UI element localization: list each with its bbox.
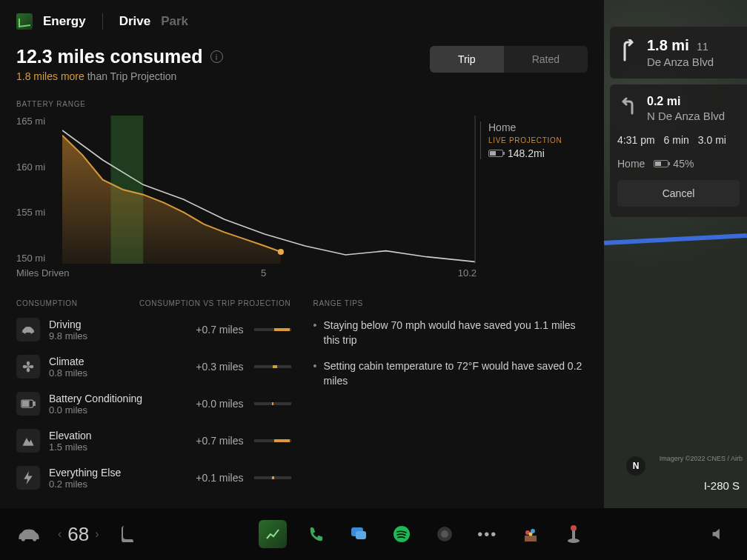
consumption-delta: +0.7 miles [177, 435, 244, 447]
consumption-bar [254, 365, 291, 368]
dock-seat-icon[interactable] [114, 520, 142, 548]
live-projection-tag: LIVE PROJECTION [488, 136, 588, 144]
consumption-value: 1.5 miles [49, 441, 177, 453]
nav-step1-exit: 11 [697, 41, 708, 53]
consumption-name: Climate [49, 356, 177, 367]
car-icon [16, 318, 40, 341]
dock-energy-icon[interactable] [259, 520, 287, 548]
dock-volume-icon[interactable] [704, 520, 732, 548]
nav-step-primary: 1.8 mi 11 De Anza Blvd [610, 27, 747, 79]
x-axis-labels: Miles Driven510.2 [16, 267, 588, 279]
dock-more-icon[interactable]: ••• [474, 520, 502, 548]
dock-arcade-icon[interactable] [560, 520, 588, 548]
nav-step2-road: N De Anza Blvd [647, 110, 725, 122]
fan-icon [16, 355, 40, 379]
nav-map-panel: 1.8 mi 11 De Anza Blvd 0.2 mi N De Anza … [604, 0, 747, 508]
dock-dashcam-icon[interactable] [431, 520, 459, 548]
summary-title-text: 12.3 miles consumed [16, 46, 203, 67]
temp-down-button[interactable]: ‹ [58, 527, 62, 541]
dock-spotify-icon[interactable] [388, 520, 416, 548]
energy-title: Energy [43, 14, 86, 29]
turn-right-exit-icon [617, 39, 638, 67]
svg-rect-4 [34, 402, 36, 406]
consumption-bar [254, 402, 291, 405]
cancel-nav-button[interactable]: Cancel [617, 180, 740, 207]
y-tick: 155 mi [16, 207, 45, 218]
svg-point-10 [441, 530, 448, 538]
nav-step-secondary: 0.2 mi N De Anza Blvd 4:31 pm 6 min 3.0 … [610, 84, 747, 217]
nav-eta-distance: 3.0 mi [698, 134, 726, 146]
consumption-bar [254, 476, 291, 479]
live-projection-value-text: 148.2mi [508, 147, 545, 159]
svg-point-1 [278, 249, 284, 255]
range-tip: Staying below 70 mph would have saved yo… [313, 318, 588, 348]
consumption-row: Elevation 1.5 miles +0.7 miles [16, 429, 291, 453]
current-road-label: I-280 S [704, 479, 740, 492]
svg-rect-16 [572, 530, 575, 539]
temperature-value[interactable]: 68 [67, 523, 89, 546]
svg-rect-5 [23, 401, 29, 407]
summary-title: 12.3 miles consumed i [16, 46, 223, 67]
live-projection-value: 148.2mi [488, 147, 588, 159]
nav-dest-soc-text: 45% [673, 158, 694, 170]
tab-park[interactable]: Park [161, 14, 188, 29]
battery-mini-icon [654, 160, 668, 167]
tips-column: RANGE TIPS Staying below 70 mph would ha… [313, 299, 588, 503]
temp-up-button[interactable]: › [95, 527, 99, 541]
nav-step1-distance: 1.8 mi [647, 37, 689, 53]
compass-button[interactable]: N [626, 456, 645, 476]
consumption-bar [254, 439, 291, 442]
live-projection-box: Home LIVE PROJECTION 148.2mi [480, 121, 588, 159]
consumption-value: 9.8 miles [49, 330, 177, 341]
svg-point-14 [528, 533, 532, 536]
battery-range-chart: 165 mi160 mi155 mi150 mi Home LIVE PROJE… [16, 116, 588, 279]
consumption-value: 0.8 miles [49, 367, 177, 379]
nav-step1-road: De Anza Blvd [647, 56, 714, 68]
consumption-delta: +0.3 miles [177, 361, 244, 373]
battery-icon [16, 392, 40, 416]
consumption-name: Elevation [49, 430, 177, 441]
summary-subtitle: 1.8 miles more than Trip Projection [16, 70, 223, 82]
nav-eta-row: 4:31 pm 6 min 3.0 mi [617, 134, 740, 146]
dock-car-icon[interactable] [15, 520, 43, 548]
segment-trip[interactable]: Trip [430, 46, 504, 73]
consumption-column: CONSUMPTION CONSUMPTION VS TRIP PROJECTI… [16, 299, 291, 503]
bolt-icon [16, 466, 40, 490]
x-tick: Miles Driven [16, 267, 70, 279]
consumption-name: Everything Else [49, 467, 177, 479]
summary-delta-rest: than Trip Projection [84, 70, 177, 82]
consumption-row: Everything Else 0.2 miles +0.1 miles [16, 466, 291, 490]
battery-mini-icon [488, 150, 503, 157]
consumption-row: Climate 0.8 miles +0.3 miles [16, 355, 291, 379]
dock-toybox-icon[interactable] [517, 520, 545, 548]
y-axis-labels: 165 mi160 mi155 mi150 mi [16, 116, 45, 264]
consumption-bar [254, 328, 291, 331]
summary-row: 12.3 miles consumed i 1.8 miles more tha… [16, 46, 588, 82]
x-tick: 5 [261, 267, 266, 279]
chart-plot: Home LIVE PROJECTION 148.2mi [62, 116, 588, 264]
bottom-dock: ‹ 68 › ••• [0, 508, 747, 560]
dock-phone-icon[interactable] [302, 520, 330, 548]
x-tick: 10.2 [458, 267, 477, 279]
y-tick: 150 mi [16, 253, 45, 264]
lower-section: CONSUMPTION CONSUMPTION VS TRIP PROJECTI… [16, 299, 588, 503]
energy-icon [16, 13, 33, 30]
tab-drive[interactable]: Drive [119, 14, 151, 29]
consumption-name: Driving [49, 319, 177, 330]
dock-messages-icon[interactable] [345, 520, 373, 548]
y-tick: 160 mi [16, 161, 45, 173]
header: Energy Drive Park [16, 13, 588, 30]
consumption-header-left: CONSUMPTION [16, 299, 78, 307]
segment-rated[interactable]: Rated [504, 46, 588, 73]
turn-left-icon [617, 97, 638, 120]
consumption-headers: CONSUMPTION CONSUMPTION VS TRIP PROJECTI… [16, 299, 291, 307]
nav-dest-label: Home [617, 158, 645, 170]
consumption-row: Battery Conditioning 0.0 miles +0.0 mile… [16, 392, 291, 416]
nav-eta-duration: 6 min [664, 134, 689, 146]
consumption-header-right: CONSUMPTION VS TRIP PROJECTION [139, 299, 291, 307]
nav-eta-time: 4:31 pm [617, 134, 655, 146]
nav-dest-row: Home 45% [617, 158, 740, 170]
svg-point-15 [571, 525, 577, 531]
info-icon[interactable]: i [210, 50, 223, 63]
energy-panel: Energy Drive Park 12.3 miles consumed i … [0, 0, 604, 508]
